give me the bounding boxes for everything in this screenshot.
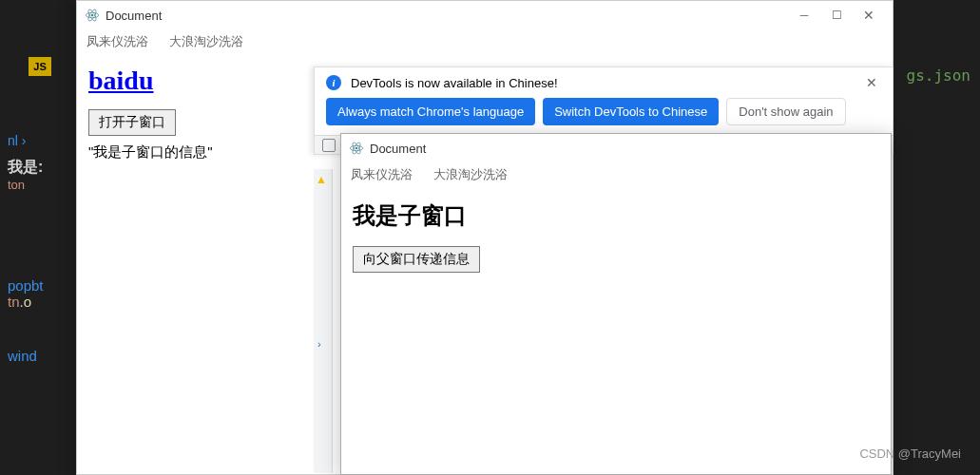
maximize-button[interactable]: ☐ [820,9,853,22]
electron-icon [349,141,364,156]
main-menubar: 凤来仪洗浴 大浪淘沙洗浴 [77,29,893,58]
switch-to-chinese-button[interactable]: Switch DevTools to Chinese [543,98,719,125]
always-match-button[interactable]: Always match Chrome's language [326,98,535,125]
menu-item-2[interactable]: 大浪淘沙洗浴 [169,34,243,48]
close-button[interactable]: ✕ [853,8,885,23]
bg-text: ton [0,178,76,192]
banner-close-icon[interactable]: ✕ [862,75,881,90]
info-icon: i [326,75,341,90]
bg-right-file: gs.json [907,66,970,85]
child-window-title: Document [370,142,426,156]
send-to-parent-button[interactable]: 向父窗口传递信息 [353,246,480,273]
devtools-sidebar: ▲ › [314,169,333,473]
baidu-link[interactable]: baidu [88,66,154,96]
watermark: CSDN @TracyMei [859,446,961,461]
main-titlebar: Document ─ ☐ ✕ [77,1,893,29]
menu-item-1[interactable]: 凤来仪洗浴 [86,34,148,48]
child-titlebar: Document [341,134,891,162]
bg-text: 我是: [0,158,76,178]
svg-point-4 [355,147,358,150]
bg-breadcrumb: nl › [0,133,76,148]
child-menu-item-2[interactable]: 大浪淘沙洗浴 [433,167,508,181]
background-editor: JS nl › 我是: ton popbt tn.o wind [0,0,76,475]
child-content: 我是子窗口 向父窗口传递信息 [341,193,891,280]
warning-icon: ▲ [314,169,332,190]
minimize-button[interactable]: ─ [788,9,820,22]
chevron-right-icon[interactable]: › [317,338,321,350]
main-window-title: Document [106,9,162,23]
devtools-info-text: DevTools is now available in Chinese! [351,76,558,90]
child-window-heading: 我是子窗口 [353,200,879,231]
child-menubar: 凤来仪洗浴 大浪淘沙洗浴 [341,162,891,193]
devtools-inspect-icon[interactable] [322,139,336,152]
dont-show-again-button[interactable]: Don't show again [726,98,845,125]
bg-text: wind [0,348,76,364]
child-menu-item-1[interactable]: 凤来仪洗浴 [351,167,413,181]
electron-icon [85,8,100,23]
open-child-button[interactable]: 打开子窗口 [88,109,176,136]
svg-point-0 [91,14,94,17]
bg-text: tn.o [0,294,76,310]
child-app-window: Document 凤来仪洗浴 大浪淘沙洗浴 我是子窗口 向父窗口传递信息 [340,133,892,475]
js-file-icon: JS [29,57,51,76]
bg-text: popbt [0,277,76,294]
